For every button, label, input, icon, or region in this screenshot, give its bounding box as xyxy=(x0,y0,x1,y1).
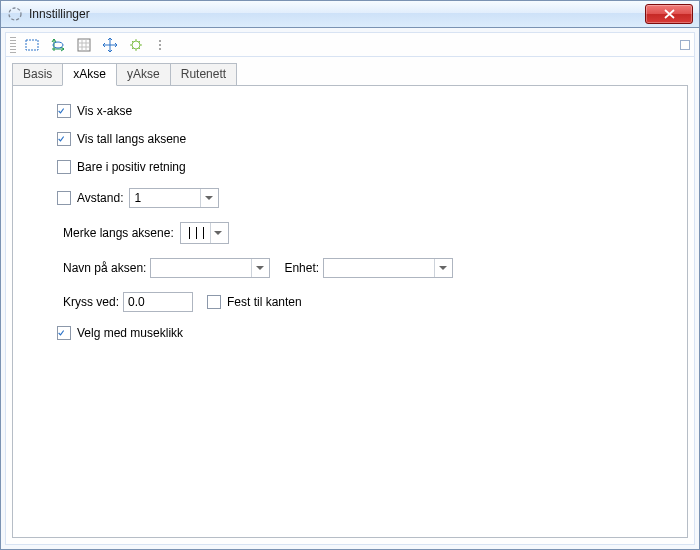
svg-point-0 xyxy=(9,8,21,20)
chevron-down-icon xyxy=(434,259,450,277)
select-click-label: Velg med museklikk xyxy=(77,326,183,340)
distance-combo[interactable]: 1 xyxy=(129,188,219,208)
show-x-axis-checkbox[interactable] xyxy=(57,104,71,118)
toolbar xyxy=(6,33,694,57)
show-numbers-checkbox[interactable] xyxy=(57,132,71,146)
svg-point-5 xyxy=(159,40,161,42)
positive-only-label: Bare i positiv retning xyxy=(77,160,186,174)
tab-label: Basis xyxy=(23,67,52,81)
axes-tool-icon[interactable] xyxy=(48,35,68,55)
show-numbers-label: Vis tall langs aksene xyxy=(77,132,186,146)
cross-at-input[interactable]: 0.0 xyxy=(123,292,193,312)
tab-xakse[interactable]: xAkse xyxy=(62,63,117,86)
svg-point-6 xyxy=(159,44,161,46)
grid-tool-icon[interactable] xyxy=(74,35,94,55)
distance-label: Avstand: xyxy=(77,191,123,205)
tab-label: Rutenett xyxy=(181,67,226,81)
distance-checkbox[interactable] xyxy=(57,191,71,205)
unit-combo[interactable] xyxy=(323,258,453,278)
chevron-down-icon xyxy=(200,189,216,207)
positive-only-checkbox[interactable] xyxy=(57,160,71,174)
stick-edge-label: Fest til kanten xyxy=(227,295,302,309)
toolbar-grip xyxy=(10,37,16,53)
chevron-down-icon xyxy=(251,259,267,277)
tick-marks-icon xyxy=(183,227,210,239)
titlebar: Innstillinger xyxy=(0,0,700,28)
svg-rect-3 xyxy=(78,39,90,51)
axis-name-label: Navn på aksen: xyxy=(63,261,146,275)
tick-style-combo[interactable] xyxy=(180,222,229,244)
move-tool-icon[interactable] xyxy=(100,35,120,55)
tab-rutenett[interactable]: Rutenett xyxy=(170,63,237,85)
tab-yakse[interactable]: yAkse xyxy=(116,63,171,85)
tabs: Basis xAkse yAkse Rutenett xyxy=(6,57,694,85)
tab-label: yAkse xyxy=(127,67,160,81)
svg-point-7 xyxy=(159,48,161,50)
tick-style-label: Merke langs aksene: xyxy=(63,226,174,240)
show-x-axis-label: Vis x-akse xyxy=(77,104,132,118)
panel-toggle-icon[interactable] xyxy=(680,40,690,50)
select-click-checkbox[interactable] xyxy=(57,326,71,340)
svg-rect-1 xyxy=(26,40,38,50)
rect-tool-icon[interactable] xyxy=(22,35,42,55)
axis-name-combo[interactable] xyxy=(150,258,270,278)
tab-basis[interactable]: Basis xyxy=(12,63,63,85)
tab-label: xAkse xyxy=(73,67,106,81)
xakse-panel: Vis x-akse Vis tall langs aksene Bare i … xyxy=(12,85,688,538)
distance-value: 1 xyxy=(134,191,141,205)
close-button[interactable] xyxy=(645,4,693,24)
window-title: Innstillinger xyxy=(29,7,90,21)
more-tool-icon[interactable] xyxy=(152,35,172,55)
unit-label: Enhet: xyxy=(284,261,319,275)
cross-at-value: 0.0 xyxy=(128,295,145,309)
stick-edge-checkbox[interactable] xyxy=(207,295,221,309)
cross-at-label: Kryss ved: xyxy=(63,295,119,309)
app-icon xyxy=(7,6,23,22)
chevron-down-icon xyxy=(210,223,226,243)
gear-tool-icon[interactable] xyxy=(126,35,146,55)
